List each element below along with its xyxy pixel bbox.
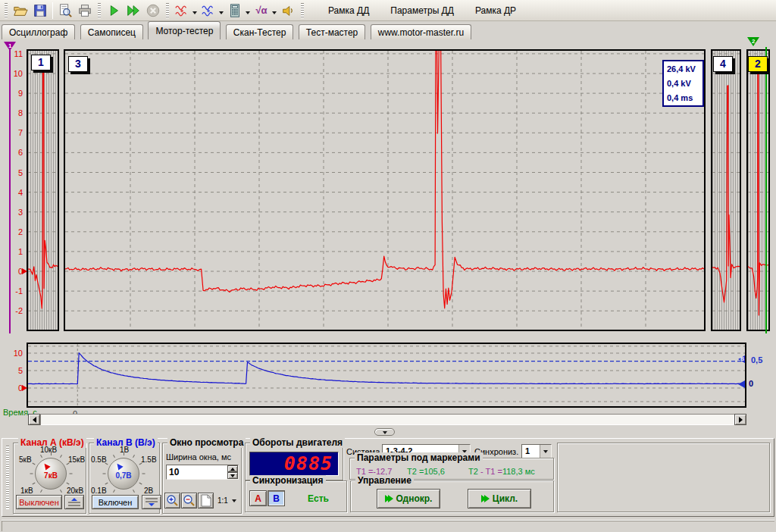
scrollbar-left-button[interactable] bbox=[28, 414, 40, 425]
print-button[interactable] bbox=[75, 2, 95, 20]
cylinder-4-label[interactable]: 4 bbox=[713, 56, 733, 72]
knob-pointer-icon bbox=[42, 462, 50, 470]
zoom-ratio-dropdown[interactable]: 1:1 bbox=[216, 493, 240, 509]
knob-a-scale-15: 15кВ bbox=[68, 455, 85, 464]
menu-ramka-dr[interactable]: Рамка ДР bbox=[465, 2, 527, 20]
cylinder-3-label[interactable]: 3 bbox=[68, 56, 88, 72]
channel-a-signal-button[interactable] bbox=[172, 2, 192, 20]
channel-a-state-button[interactable]: Выключен bbox=[16, 495, 62, 509]
run-control-title: Управление bbox=[355, 475, 414, 486]
open-file-button[interactable] bbox=[11, 2, 30, 20]
knob-tick bbox=[133, 490, 135, 493]
sync-select-dropdown[interactable]: 1 bbox=[521, 444, 552, 458]
channel-b-gain-knob[interactable]: 0,7В bbox=[108, 458, 139, 490]
chevron-down-icon bbox=[232, 499, 236, 505]
rpm-display: 0885 bbox=[249, 452, 339, 476]
toolbar-grip[interactable] bbox=[166, 3, 169, 18]
channel-a-gain-value: 7кВ bbox=[36, 471, 66, 480]
dropdown-arrow-icon[interactable] bbox=[246, 11, 250, 17]
tab-label: Мотор-тестер bbox=[155, 26, 213, 36]
blue-waves-icon bbox=[201, 3, 216, 18]
spare-panel-group bbox=[557, 443, 770, 512]
collapse-panel-button[interactable] bbox=[374, 428, 395, 436]
dropdown-arrow-icon[interactable] bbox=[219, 11, 224, 17]
dropdown-arrow-icon[interactable] bbox=[192, 11, 197, 17]
marker-t2-line[interactable] bbox=[765, 47, 767, 333]
magnifier-minus-icon bbox=[183, 494, 196, 507]
channel-b-signal-button[interactable] bbox=[199, 2, 218, 20]
toolbar: √α Рамка ДД Параметры ДД Рамка ДР bbox=[0, 0, 776, 21]
y-tick-label: 3 bbox=[18, 207, 23, 217]
tab-motor-tester[interactable]: Мотор-тестер bbox=[148, 21, 221, 39]
window-width-value[interactable]: 10 bbox=[167, 465, 227, 479]
knob-tick bbox=[40, 455, 42, 458]
left-arrow-icon bbox=[33, 417, 36, 423]
spin-up-button[interactable] bbox=[227, 465, 238, 472]
sync-select-value: 1 bbox=[522, 445, 540, 458]
y-tick-label: 4 bbox=[18, 187, 23, 198]
y-tick-label: -1 bbox=[15, 286, 23, 296]
dropdown-button[interactable] bbox=[540, 445, 551, 458]
save-file-button[interactable] bbox=[30, 2, 50, 20]
dropdown-arrow-icon[interactable] bbox=[272, 11, 277, 17]
scrollbar-track[interactable] bbox=[40, 414, 734, 425]
cylinder-segment-4: 4 bbox=[711, 49, 741, 331]
menu-ramka-dd[interactable]: Рамка ДД bbox=[318, 2, 380, 20]
y-tick-label: -2 bbox=[15, 305, 23, 316]
channel-b-offset-button[interactable] bbox=[142, 495, 161, 509]
toolbar-grip[interactable] bbox=[5, 3, 8, 18]
y-tick-label: 2 bbox=[18, 227, 23, 237]
tab-website[interactable]: www.motor-master.ru bbox=[371, 24, 471, 39]
down-arrow-icon bbox=[230, 474, 235, 477]
run-single-button[interactable]: Однокр. bbox=[377, 489, 440, 509]
tab-test-master[interactable]: Тест-мастер bbox=[299, 24, 365, 39]
sound-button[interactable] bbox=[278, 2, 298, 20]
main-zero-level-arrow-icon[interactable] bbox=[22, 268, 27, 274]
sync-channel-a-button[interactable]: А bbox=[249, 490, 267, 506]
knob-b-scale-05: 0.5В bbox=[91, 455, 107, 464]
run-cycle-button[interactable]: Цикл. bbox=[468, 489, 531, 509]
tab-scan-tester[interactable]: Скан-Тестер bbox=[226, 24, 294, 39]
readout-voltage-max: 26,4 kV bbox=[667, 62, 702, 77]
marker-t1-line[interactable] bbox=[9, 50, 11, 333]
panel-grip[interactable] bbox=[6, 446, 9, 509]
scrollbar-right-button[interactable] bbox=[734, 414, 746, 425]
print-preview-button[interactable] bbox=[55, 2, 75, 20]
toolbar-grip[interactable] bbox=[98, 3, 101, 18]
start-cycle-button[interactable] bbox=[124, 2, 143, 20]
tab-recorder[interactable]: Самописец bbox=[80, 24, 143, 39]
readout-voltage: 0,4 kV bbox=[667, 77, 702, 91]
menu-parametry-dd[interactable]: Параметры ДД bbox=[380, 2, 465, 20]
fast-forward-icon bbox=[484, 495, 490, 502]
stop-button[interactable] bbox=[143, 2, 163, 20]
spin-down-button[interactable] bbox=[227, 472, 238, 479]
play-icon bbox=[106, 3, 121, 18]
start-button[interactable] bbox=[104, 2, 124, 20]
synchronization-title: Синхронизация bbox=[250, 475, 326, 486]
zoom-out-button[interactable] bbox=[181, 493, 197, 509]
sync-channel-b-button[interactable]: В bbox=[268, 490, 285, 506]
channel-a-gain-knob[interactable]: 7кВ bbox=[35, 458, 67, 490]
knob-tick bbox=[113, 455, 115, 458]
calculator-button[interactable] bbox=[225, 2, 245, 20]
new-view-button[interactable] bbox=[198, 493, 214, 509]
fast-forward-icon bbox=[126, 3, 141, 18]
sync-zero-level-arrow-icon[interactable] bbox=[22, 385, 27, 391]
toolbar-grip[interactable] bbox=[301, 3, 304, 18]
math-functions-button[interactable]: √α bbox=[252, 2, 271, 20]
level-slider-down-icon bbox=[145, 497, 158, 507]
tab-oscillograph[interactable]: Осциллограф bbox=[2, 24, 75, 39]
y-tick-label: 1 bbox=[18, 246, 23, 257]
right-arrow-icon bbox=[739, 417, 743, 423]
y-tick-label: 7 bbox=[18, 127, 23, 138]
zoom-in-button[interactable] bbox=[164, 493, 180, 509]
cylinder-1-label[interactable]: 1 bbox=[31, 55, 51, 70]
channel-b-state-button[interactable]: Включен bbox=[92, 495, 139, 509]
channel-a-offset-button[interactable] bbox=[64, 495, 84, 509]
sync-trace-pointer-label: 0 bbox=[749, 379, 753, 388]
sync-trace-pointer-icon[interactable] bbox=[738, 380, 745, 388]
knob-tick bbox=[139, 483, 142, 485]
cylinder-2-label[interactable]: 2 bbox=[748, 56, 768, 72]
marker-t1-number: 1 bbox=[8, 43, 11, 49]
view-window-title: Окно просмотра bbox=[167, 437, 246, 448]
